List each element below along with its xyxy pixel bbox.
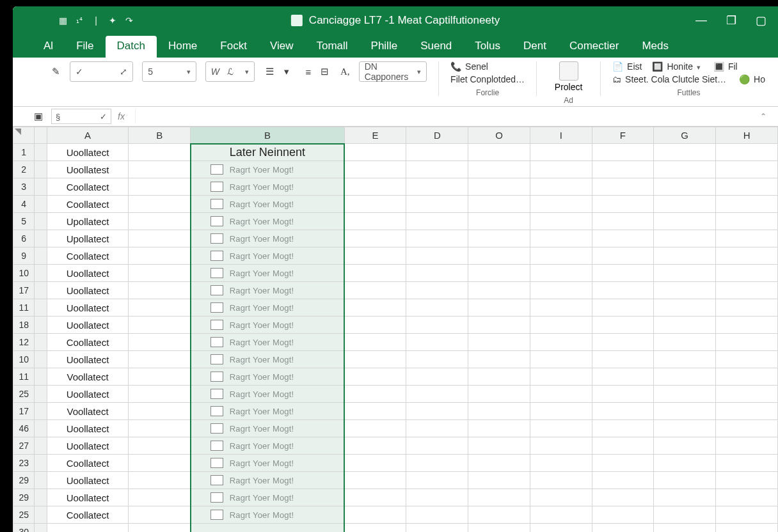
- cell[interactable]: Coollatect: [47, 334, 129, 351]
- cell[interactable]: [592, 247, 654, 265]
- cell[interactable]: [406, 282, 468, 299]
- prolect-button[interactable]: Prolect: [548, 61, 589, 92]
- cell[interactable]: [592, 299, 654, 317]
- list-icon[interactable]: ☰: [264, 65, 276, 78]
- row-header[interactable]: 30: [13, 524, 35, 533]
- cell-checkbox[interactable]: Ragrt Yoer Mogt!: [191, 420, 345, 437]
- minimize-button[interactable]: —: [695, 13, 707, 27]
- cell[interactable]: [530, 334, 592, 351]
- cell[interactable]: [592, 317, 654, 334]
- cell[interactable]: [344, 437, 406, 455]
- cell[interactable]: [406, 420, 468, 437]
- row-header[interactable]: 17: [13, 403, 35, 420]
- cell[interactable]: [530, 368, 592, 386]
- cell[interactable]: [716, 455, 778, 472]
- cell[interactable]: [129, 144, 191, 161]
- cell[interactable]: Uoollatect: [47, 351, 129, 368]
- align-icon[interactable]: ≡: [302, 65, 315, 78]
- cell[interactable]: [530, 161, 592, 178]
- font-style-combo[interactable]: Wℒ: [205, 61, 255, 82]
- cell[interactable]: [468, 334, 530, 351]
- cell[interactable]: [592, 368, 654, 386]
- cell[interactable]: [468, 472, 530, 489]
- cell[interactable]: [129, 386, 191, 403]
- cell[interactable]: [592, 144, 654, 161]
- outline-cell[interactable]: [35, 334, 47, 351]
- cell[interactable]: [530, 213, 592, 230]
- restore-button[interactable]: ❐: [726, 13, 736, 27]
- outline-cell[interactable]: [35, 403, 47, 420]
- cell[interactable]: [716, 161, 778, 178]
- paste-icon[interactable]: ✎: [51, 65, 61, 78]
- cell[interactable]: [344, 247, 406, 265]
- cell[interactable]: [716, 213, 778, 230]
- cell[interactable]: [468, 282, 530, 299]
- cell-checkbox[interactable]: Ragrt Yoer Mogt!: [191, 472, 345, 489]
- tab-comectier[interactable]: Comectier: [558, 36, 630, 58]
- col-header-G[interactable]: G: [654, 127, 716, 144]
- col-header-E[interactable]: E: [344, 127, 406, 144]
- cell[interactable]: [406, 230, 468, 247]
- cell[interactable]: [654, 213, 716, 230]
- cell[interactable]: [344, 161, 406, 178]
- tab-al[interactable]: Al: [32, 36, 65, 58]
- cell[interactable]: Voollatect: [47, 368, 129, 386]
- checkbox[interactable]: [210, 354, 223, 364]
- cell[interactable]: [468, 230, 530, 247]
- cell[interactable]: [406, 317, 468, 334]
- cell[interactable]: [468, 386, 530, 403]
- cell[interactable]: [468, 317, 530, 334]
- cell[interactable]: [592, 489, 654, 506]
- cell[interactable]: [654, 334, 716, 351]
- outline-cell[interactable]: [35, 437, 47, 455]
- cell[interactable]: [406, 178, 468, 196]
- cell[interactable]: [406, 334, 468, 351]
- cell[interactable]: [344, 351, 406, 368]
- tab-suend[interactable]: Suend: [409, 36, 463, 58]
- name-box[interactable]: §✓: [51, 109, 111, 124]
- cell[interactable]: [129, 317, 191, 334]
- cell[interactable]: [129, 472, 191, 489]
- cell[interactable]: [716, 506, 778, 524]
- cell-checkbox[interactable]: Ragrt Yoer Mogt!: [191, 437, 345, 455]
- tab-home[interactable]: Home: [157, 36, 209, 58]
- cell-checkbox[interactable]: Ragrt Yoer Mogt!: [191, 247, 345, 265]
- cell[interactable]: [654, 161, 716, 178]
- cell[interactable]: [406, 472, 468, 489]
- outline-cell[interactable]: [35, 472, 47, 489]
- checkbox[interactable]: [210, 164, 223, 175]
- cell[interactable]: [530, 265, 592, 282]
- outline-cell[interactable]: [35, 161, 47, 178]
- cell[interactable]: [654, 386, 716, 403]
- cell[interactable]: [592, 455, 654, 472]
- checkbox[interactable]: [210, 233, 223, 244]
- checkbox[interactable]: [210, 337, 223, 347]
- collapse-ribbon-icon[interactable]: ⌃: [760, 112, 766, 121]
- row-header[interactable]: 4: [13, 196, 35, 213]
- row-header[interactable]: 23: [13, 455, 35, 472]
- cell[interactable]: [344, 489, 406, 506]
- cell-checkbox[interactable]: Ragrt Yoer Mogt!: [191, 213, 345, 230]
- cell[interactable]: [129, 178, 191, 196]
- cell[interactable]: [530, 437, 592, 455]
- row-header[interactable]: 2: [13, 161, 35, 178]
- cell[interactable]: [468, 265, 530, 282]
- cell[interactable]: [530, 489, 592, 506]
- close-button[interactable]: ▢: [756, 13, 766, 27]
- cell[interactable]: [344, 334, 406, 351]
- outline-cell[interactable]: [35, 506, 47, 524]
- eist-button[interactable]: Eist: [627, 61, 642, 72]
- cell[interactable]: [530, 472, 592, 489]
- cell[interactable]: [592, 472, 654, 489]
- cell[interactable]: [406, 506, 468, 524]
- cell-checkbox[interactable]: Ragrt Yoer Mogt!: [191, 455, 345, 472]
- cell[interactable]: [406, 213, 468, 230]
- cell[interactable]: [468, 437, 530, 455]
- cell[interactable]: [716, 299, 778, 317]
- checkbox[interactable]: [210, 320, 223, 330]
- cell[interactable]: [716, 196, 778, 213]
- cell[interactable]: [654, 472, 716, 489]
- cell[interactable]: [344, 282, 406, 299]
- cell[interactable]: [129, 420, 191, 437]
- cell[interactable]: [716, 144, 778, 161]
